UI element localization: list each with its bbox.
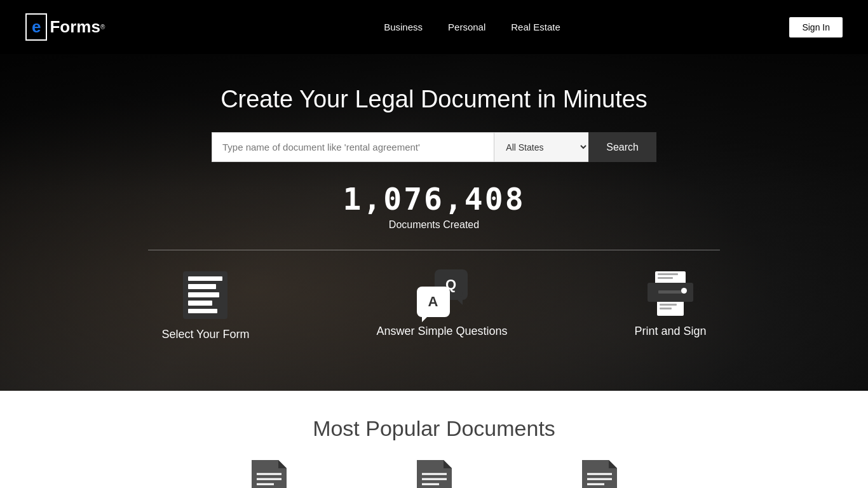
form-line-5 xyxy=(188,309,217,314)
step-select-form[interactable]: Select Your Form xyxy=(161,269,249,341)
popular-icons-row xyxy=(25,460,843,488)
svg-marker-11 xyxy=(609,460,617,468)
search-bar: All States Alabama Alaska Arizona Arkans… xyxy=(212,132,656,162)
doc-icon-1 xyxy=(252,460,287,488)
hero-section: Create Your Legal Document in Minutes Al… xyxy=(0,54,868,391)
counter-number: 1,076,408 xyxy=(342,181,525,217)
nav-personal[interactable]: Personal xyxy=(448,22,485,32)
popular-doc-2[interactable] xyxy=(415,460,453,488)
paper-line-3 xyxy=(660,304,677,306)
search-input[interactable] xyxy=(212,132,494,162)
logo-reg: ® xyxy=(100,24,105,30)
popular-section: Most Popular Documents xyxy=(0,391,868,488)
step-answer-questions[interactable]: Q A Answer Simple Questions xyxy=(376,269,507,341)
popular-title: Most Popular Documents xyxy=(25,416,843,441)
printer-body xyxy=(648,283,693,302)
q-bubble-tail xyxy=(456,292,463,297)
printer-icon xyxy=(645,269,696,317)
logo-e: e xyxy=(32,17,41,36)
popular-doc-3[interactable] xyxy=(580,460,618,488)
hero-divider xyxy=(148,250,720,250)
steps-row: Select Your Form Q A Answer Simple Quest… xyxy=(161,269,706,341)
signin-button[interactable]: Sign In xyxy=(789,17,843,37)
step-answer-questions-label: Answer Simple Questions xyxy=(376,325,507,338)
paper-line-1 xyxy=(658,273,678,275)
form-line-3 xyxy=(188,292,219,297)
state-dropdown[interactable]: All States Alabama Alaska Arizona Arkans… xyxy=(494,132,588,162)
nav-business[interactable]: Business xyxy=(384,22,423,32)
step-print-sign-label: Print and Sign xyxy=(635,325,707,338)
form-icon-shape xyxy=(183,271,227,319)
counter-label: Documents Created xyxy=(342,219,525,231)
form-icon xyxy=(180,269,231,320)
form-line-2 xyxy=(188,284,215,289)
printer-paper-bottom xyxy=(657,302,684,316)
printer-slot xyxy=(658,290,682,294)
hero-title: Create Your Legal Document in Minutes xyxy=(220,86,648,113)
counter-area: 1,076,408 Documents Created xyxy=(342,181,525,231)
paper-line-2 xyxy=(658,277,673,279)
svg-marker-1 xyxy=(278,460,287,468)
svg-marker-6 xyxy=(444,460,452,468)
hero-content: Create Your Legal Document in Minutes Al… xyxy=(0,54,868,341)
doc-icon-2 xyxy=(417,460,452,488)
logo-box: e xyxy=(25,13,47,41)
nav-real-estate[interactable]: Real Estate xyxy=(511,22,560,32)
answer-bubble: A xyxy=(417,287,450,317)
printer-paper-top xyxy=(655,271,686,283)
paper-line-4 xyxy=(660,308,672,309)
printer-dot xyxy=(681,288,687,294)
step-select-form-label: Select Your Form xyxy=(161,328,249,341)
logo-text: Forms xyxy=(50,17,100,37)
popular-doc-1[interactable] xyxy=(250,460,288,488)
main-nav: Business Personal Real Estate xyxy=(384,22,560,32)
header: e Forms® Business Personal Real Estate S… xyxy=(0,0,868,54)
step-print-sign[interactable]: Print and Sign xyxy=(635,269,707,341)
logo[interactable]: e Forms® xyxy=(25,13,105,41)
a-bubble-tail xyxy=(422,313,428,318)
doc-icon-3 xyxy=(582,460,617,488)
qa-icon: Q A xyxy=(417,269,468,317)
form-line-1 xyxy=(188,276,222,281)
search-button[interactable]: Search xyxy=(588,132,656,162)
form-line-4 xyxy=(188,301,212,306)
